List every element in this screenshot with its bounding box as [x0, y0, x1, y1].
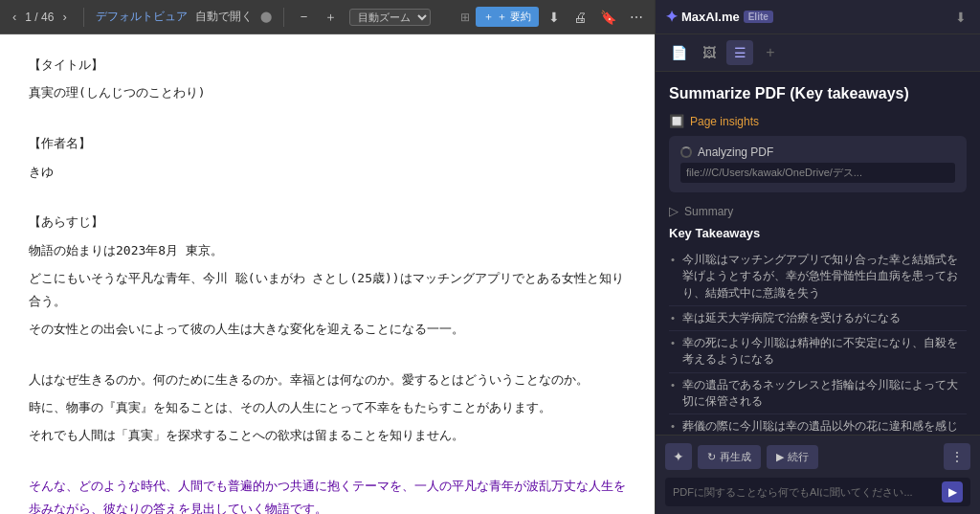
magic-icon: ✦	[673, 449, 684, 464]
regenerate-btn[interactable]: ↻ 再生成	[698, 445, 761, 469]
send-icon: ▶	[948, 485, 957, 499]
para1-line1: 人はなぜ生きるのか。何のために生きるのか。幸福とは何なのか。愛するとはどういうこ…	[29, 369, 626, 391]
bullet-item-4: 幸の遺品であるネックレスと指輪は今川聡によって大切に保管される	[669, 373, 967, 415]
panel-tabs: 📄 🖼 ☰ +	[656, 34, 980, 72]
footer-actions: ✦ ↻ 再生成 ▶ 続行 ⋮	[665, 443, 970, 470]
magic-btn[interactable]: ✦	[665, 443, 692, 470]
title-text: 真実の理(しんじつのことわり)	[29, 81, 626, 103]
panel-header-actions: ⬇	[951, 8, 970, 27]
page-insights-header: 🔲 Page insights	[669, 114, 967, 128]
analyzing-label: Analyzing PDF	[680, 145, 955, 159]
default-view-link[interactable]: デフォルトビュア	[96, 9, 188, 25]
synopsis-line3: その女性との出会いによって彼の人生は大きな変化を迎えることになる一一。	[29, 318, 626, 340]
prev-page-btn[interactable]: ‹	[8, 8, 21, 26]
title-section-label: 【タイトル】	[29, 54, 626, 76]
maxai-logo: ✦ MaxAI.me Elite	[665, 8, 773, 26]
page-insights-label: Page insights	[690, 115, 759, 128]
toolbar-right: ⊞ ＋ ＋ 要約 ⬇ 🖨 🔖 ⋯	[460, 7, 647, 27]
tab-document[interactable]: 📄	[665, 40, 692, 65]
tab-image[interactable]: 🖼	[696, 40, 723, 65]
summary-header: ▷ Summary	[669, 204, 967, 218]
forward-icon: ▶	[776, 451, 784, 463]
right-panel: ✦ MaxAI.me Elite ⬇ 📄 🖼 ☰ + Summarize PDF…	[655, 0, 980, 514]
panel-header: ✦ MaxAI.me Elite ⬇	[656, 0, 980, 34]
chat-input[interactable]	[673, 486, 936, 498]
key-takeaways-title: Key Takeaways	[669, 226, 967, 240]
continue-btn[interactable]: ▶ 続行	[767, 445, 818, 469]
bullet-item-1: 今川聡はマッチングアプリで知り合った幸と結婚式を挙げようとするが、幸が急性骨髄性…	[669, 248, 967, 306]
toolbar-auto-open: 自動で開く	[195, 9, 253, 25]
elite-badge: Elite	[744, 11, 773, 23]
refresh-icon: ↻	[707, 451, 716, 463]
para2: そんな、どのような時代、人間でも普遍的かつ共通に抱くテーマを、一人の平凡な青年が…	[29, 475, 626, 514]
panel-body: Summarize PDF (Key takeaways) 🔲 Page ins…	[656, 72, 980, 435]
download-icon-btn[interactable]: ⬇	[951, 8, 970, 27]
bullet-item-3: 幸の死により今川聡は精神的に不安定になり、自殺を考えるようになる	[669, 331, 967, 373]
page-info: 1 / 46	[25, 11, 54, 24]
download-btn[interactable]: ⬇	[545, 8, 564, 27]
pdf-text-area: 【タイトル】 真実の理(しんじつのことわり) 【作者名】 きゆ 【あらすじ】 物…	[29, 54, 626, 514]
next-page-btn[interactable]: ›	[57, 8, 71, 26]
summary-section: Key Takeaways 今川聡はマッチングアプリで知り合った幸と結婚式を挙げ…	[669, 226, 967, 435]
synopsis-section-label: 【あらすじ】	[29, 211, 626, 233]
menu-icon: ⋮	[950, 449, 964, 464]
para1-line3: それでも人間は「真実」を探求することへの欲求は留まることを知りません。	[29, 424, 626, 446]
author-section-label: 【作者名】	[29, 132, 626, 154]
more-btn[interactable]: ⋯	[626, 8, 647, 27]
send-btn[interactable]: ▶	[942, 481, 963, 503]
footer-input-row: ▶	[665, 478, 970, 506]
pdf-content: 【タイトル】 真実の理(しんじつのことわり) 【作者名】 きゆ 【あらすじ】 物…	[0, 34, 655, 514]
image-icon: 🖼	[702, 45, 716, 60]
print-btn[interactable]: 🖨	[569, 8, 590, 27]
pdf-toolbar: ‹ 1 / 46 › デフォルトビュア 自動で開く ⬤ − ＋ 目動ズーム ⊞ …	[0, 0, 655, 34]
toolbar-icon-fit: ⊞	[460, 11, 470, 24]
bullet-item-5: 葬儀の際に今川聡は幸の遺品以外の花に違和感を感じる	[669, 414, 967, 435]
summary-icon: ▷	[669, 204, 679, 218]
spin-icon	[680, 146, 692, 158]
synopsis-line2: どこにもいそうな平凡な青年、今川 聡(いまがわ さとし(25歳))はマッチングア…	[29, 267, 626, 312]
plus-icon: ＋	[483, 10, 494, 24]
maxai-name: MaxAI.me	[681, 10, 740, 24]
analyzing-box: Analyzing PDF file:///C/Users/kawak/OneD…	[669, 136, 967, 192]
author-name: きゆ	[29, 161, 626, 183]
add-icon: +	[766, 44, 774, 61]
pdf-viewer: ‹ 1 / 46 › デフォルトビュア 自動で開く ⬤ − ＋ 目動ズーム ⊞ …	[0, 0, 655, 514]
panel-title: Summarize PDF (Key takeaways)	[669, 85, 967, 102]
bookmark-btn[interactable]: 🔖	[596, 8, 620, 27]
zoom-select[interactable]: 目動ズーム	[349, 9, 431, 26]
summary-btn[interactable]: ＋ ＋ 要約	[476, 7, 539, 27]
panel-footer: ✦ ↻ 再生成 ▶ 続行 ⋮ ▶	[656, 435, 980, 514]
toolbar-toggle: ⬤	[260, 11, 272, 23]
tab-list[interactable]: ☰	[726, 40, 753, 65]
toolbar-nav: ‹ 1 / 46 ›	[8, 8, 72, 26]
zoom-out-btn[interactable]: −	[296, 8, 313, 26]
toolbar-separator2	[283, 8, 284, 27]
summary-label: Summary	[684, 205, 733, 218]
bullet-item-2: 幸は延天大学病院で治療を受けるがになる	[669, 306, 967, 331]
tab-add[interactable]: +	[757, 40, 784, 65]
file-path: file:///C/Users/kawak/OneDrive/デス...	[680, 163, 955, 183]
bullet-list: 今川聡はマッチングアプリで知り合った幸と結婚式を挙げようとするが、幸が急性骨髄性…	[669, 248, 967, 435]
maxai-icon: ✦	[665, 8, 678, 26]
zoom-in-btn[interactable]: ＋	[320, 7, 342, 28]
list-icon: ☰	[734, 45, 746, 60]
page-insights-icon: 🔲	[669, 114, 684, 128]
toolbar-separator	[83, 8, 84, 27]
synopsis-line1: 物語の始まりは2023年8月 東京。	[29, 239, 626, 261]
menu-btn[interactable]: ⋮	[944, 443, 970, 470]
para1-line2: 時に、物事の『真実』を知ることは、その人の人生にとって不幸をもたらすことがありま…	[29, 396, 626, 418]
document-icon: 📄	[671, 45, 687, 60]
